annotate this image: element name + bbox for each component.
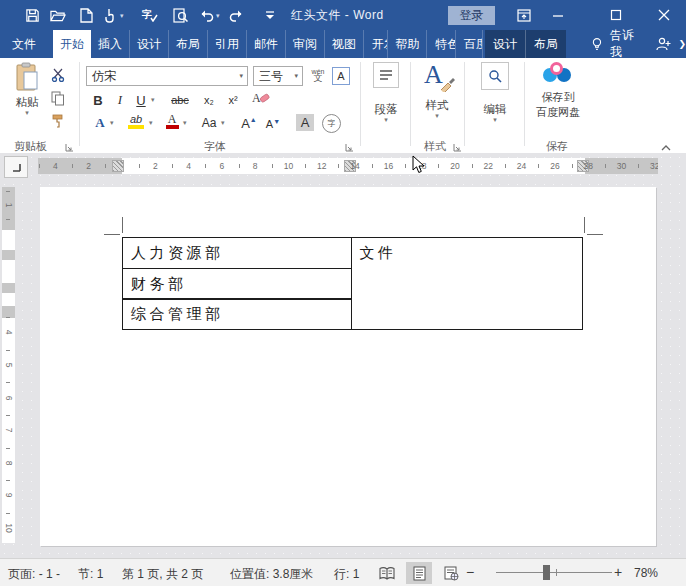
tab-table-design[interactable]: 设计	[485, 30, 526, 58]
grow-font-button[interactable]: A▲	[240, 114, 258, 132]
paste-dropdown[interactable]: ▾	[25, 110, 29, 116]
status-page-count[interactable]: 第 1 页, 共 2 页	[122, 566, 203, 583]
tab-view[interactable]: 视图	[325, 30, 364, 58]
tab-file[interactable]: 文件	[0, 30, 48, 58]
enclose-characters-button[interactable]: 字	[322, 114, 341, 133]
tab-table-layout[interactable]: 布局	[526, 30, 566, 58]
zoom-out-button[interactable]: −	[466, 564, 474, 580]
zoom-slider-track[interactable]	[496, 572, 612, 573]
customize-quick-access-icon[interactable]	[262, 7, 278, 23]
chevron-down-icon[interactable]: ▾	[290, 72, 302, 80]
subscript-button[interactable]: x₂	[200, 91, 218, 109]
redo-icon[interactable]	[228, 7, 244, 23]
font-dialog-launcher[interactable]	[344, 139, 354, 149]
format-painter-icon[interactable]	[50, 112, 66, 130]
login-button[interactable]: 登录	[448, 6, 495, 25]
tab-developer[interactable]: 开发工	[364, 30, 389, 58]
styles-button[interactable]: A 样式 ▾	[414, 62, 460, 119]
table-cell-hr-dept[interactable]: 人力资源部	[122, 237, 352, 269]
h-ruler-number: 14	[348, 161, 362, 171]
change-case-dropdown[interactable]: ▾	[221, 120, 225, 126]
underline-dropdown[interactable]: ▾	[151, 97, 155, 103]
copy-icon[interactable]	[50, 89, 66, 107]
change-case-button[interactable]: Aa	[198, 114, 220, 132]
superscript-button[interactable]: x²	[224, 91, 242, 109]
tell-me-box[interactable]: 告诉我	[592, 30, 642, 58]
character-border-button[interactable]: A	[332, 67, 350, 85]
spell-check-icon[interactable]: 字	[142, 7, 158, 23]
minimize-button[interactable]	[546, 5, 570, 25]
phonetic-guide-button[interactable]: wén 文	[308, 66, 328, 84]
tab-insert[interactable]: 插入	[91, 30, 130, 58]
close-button[interactable]	[652, 5, 676, 25]
editing-group-button[interactable]: 编辑 ▾	[470, 62, 520, 123]
tab-design[interactable]: 设计	[130, 30, 169, 58]
tab-stop-selector[interactable]	[4, 156, 28, 178]
highlight-dropdown[interactable]: ▾	[149, 120, 153, 126]
zoom-in-button[interactable]: +	[614, 564, 622, 580]
table-column-marker[interactable]	[112, 160, 124, 172]
zoom-slider-thumb[interactable]	[543, 565, 550, 580]
paste-button[interactable]: 粘贴 ▾	[8, 62, 46, 116]
underline-button[interactable]: U	[134, 91, 148, 109]
status-section[interactable]: 节: 1	[78, 566, 103, 583]
undo-icon[interactable]	[198, 7, 214, 23]
table-row-marker[interactable]	[2, 250, 15, 260]
status-page-indicator[interactable]: 页面: - 1 -	[8, 566, 60, 583]
tab-layout[interactable]: 布局	[169, 30, 208, 58]
tab-home[interactable]: 开始	[53, 30, 91, 58]
table-cell-admin-dept[interactable]: 综合管理部	[122, 298, 352, 330]
paragraph-group-button[interactable]: 段落 ▾	[364, 62, 408, 123]
tab-review[interactable]: 审阅	[286, 30, 325, 58]
tab-mailings[interactable]: 邮件	[247, 30, 286, 58]
zoom-level[interactable]: 78%	[634, 566, 658, 580]
font-size-combo[interactable]: 三号▾	[253, 66, 303, 86]
table-row-marker[interactable]	[2, 283, 15, 293]
search-icon	[481, 62, 509, 90]
touch-mouse-mode-icon[interactable]	[102, 7, 118, 23]
chevron-down-icon[interactable]: ▾	[235, 72, 247, 80]
character-shading-button[interactable]: A	[296, 114, 314, 131]
styles-dropdown[interactable]: ▾	[435, 113, 439, 119]
tab-references[interactable]: 引用	[208, 30, 247, 58]
clear-formatting-icon[interactable]: A	[250, 89, 272, 107]
status-line[interactable]: 行: 1	[334, 566, 359, 583]
highlight-color-button[interactable]: ab	[126, 112, 146, 130]
text-effects-dropdown[interactable]: ▾	[110, 120, 114, 126]
print-layout-button[interactable]	[406, 562, 432, 584]
read-mode-button[interactable]	[374, 562, 400, 584]
save-to-baidu-button[interactable]: 保存到 百度网盘	[528, 62, 588, 120]
save-icon[interactable]	[24, 7, 40, 23]
undo-dropdown[interactable]: ▾	[216, 12, 220, 20]
page[interactable]: 人力资源部 财务部 综合管理部 文件	[40, 187, 656, 546]
new-document-icon[interactable]	[78, 7, 94, 23]
editing-dropdown[interactable]: ▾	[493, 117, 497, 123]
tab-baidu[interactable]: 百度网	[456, 30, 483, 58]
font-color-button[interactable]: A	[164, 112, 180, 130]
clipboard-dialog-launcher[interactable]	[64, 139, 74, 149]
font-color-dropdown[interactable]: ▾	[183, 120, 187, 126]
table-cell-document[interactable]: 文件	[351, 237, 583, 330]
tab-help[interactable]: 帮助	[388, 30, 427, 58]
paragraph-dropdown[interactable]: ▾	[384, 117, 388, 123]
maximize-button[interactable]	[604, 5, 628, 25]
open-icon[interactable]	[50, 7, 66, 23]
text-effects-button[interactable]: A	[92, 114, 108, 132]
cut-icon[interactable]	[50, 66, 66, 84]
strikethrough-button[interactable]: abc	[168, 91, 192, 109]
print-preview-icon[interactable]	[172, 7, 188, 23]
bold-button[interactable]: B	[90, 91, 106, 109]
italic-button[interactable]: I	[113, 91, 127, 109]
styles-dialog-launcher[interactable]	[452, 139, 462, 149]
share-person-icon[interactable]	[656, 30, 672, 58]
status-position[interactable]: 位置值: 3.8厘米	[230, 566, 313, 583]
touch-mode-dropdown[interactable]: ▾	[120, 12, 124, 20]
shrink-font-button[interactable]: A▼	[264, 115, 282, 133]
qat-overflow-chevron[interactable]: ❯	[678, 30, 686, 58]
paragraph-lines-icon	[373, 62, 399, 88]
font-name-combo[interactable]: 仿宋▾	[86, 66, 248, 86]
ribbon-display-options-icon[interactable]	[512, 5, 536, 25]
table-cell-finance-dept[interactable]: 财务部	[122, 268, 352, 300]
web-layout-button[interactable]	[438, 562, 464, 584]
tab-special-features[interactable]: 特色功	[427, 30, 455, 58]
